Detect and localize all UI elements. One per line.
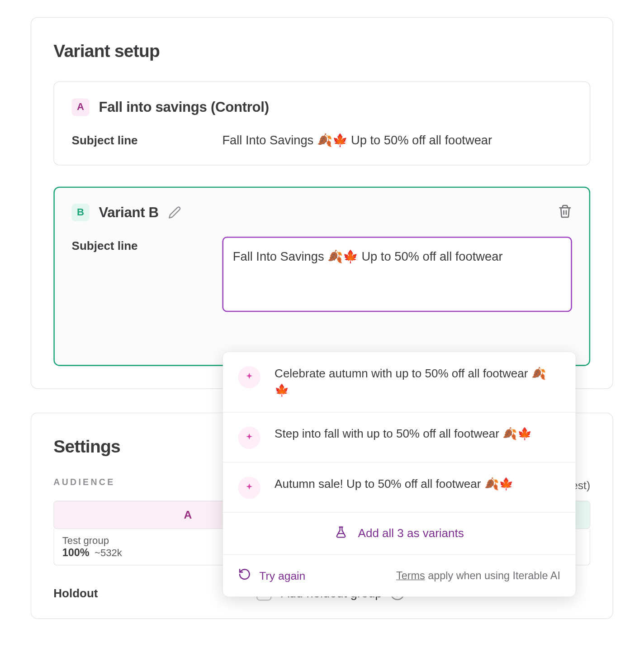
subject-line-input[interactable] (222, 237, 572, 312)
variant-b-header: B Variant B (72, 204, 572, 222)
test-group-percent: 100% (62, 547, 90, 559)
variant-a-subject-row: Subject line Fall Into Savings 🍂🍁 Up to … (72, 131, 572, 148)
try-again-button[interactable]: Try again (238, 568, 306, 584)
sparkle-icon (238, 366, 260, 388)
suggestion-item-3[interactable]: Autumn sale! Up to 50% off all footwear … (223, 462, 576, 513)
sparkle-icon (238, 427, 260, 449)
variant-setup-card: Variant setup A Fall into savings (Contr… (31, 17, 613, 389)
terms-text: Terms apply when using Iterable AI (396, 570, 560, 582)
variant-a-header: A Fall into savings (Control) (72, 98, 572, 116)
terms-suffix: apply when using Iterable AI (425, 570, 560, 581)
suggestion-item-1[interactable]: Celebrate autumn with up to 50% off all … (223, 352, 576, 413)
add-all-label: Add all 3 as variants (358, 527, 464, 540)
sparkle-icon (238, 476, 260, 499)
variant-b-name: Variant B (99, 205, 158, 221)
pencil-icon[interactable] (168, 206, 181, 219)
variant-badge-a: A (72, 98, 90, 116)
test-group-approx: ~532k (95, 548, 122, 559)
suggestions-footer: Try again Terms apply when using Iterabl… (223, 555, 576, 596)
terms-link[interactable]: Terms (396, 570, 425, 581)
variant-badge-b: B (72, 204, 90, 222)
variant-a-box[interactable]: A Fall into savings (Control) Subject li… (53, 81, 590, 166)
variant-setup-title: Variant setup (53, 41, 590, 61)
trash-icon[interactable] (558, 205, 572, 221)
subject-line-label-b: Subject line (72, 237, 223, 253)
suggestion-text-3: Autumn sale! Up to 50% off all footwear … (275, 476, 513, 493)
try-again-label: Try again (259, 569, 305, 582)
suggestion-item-2[interactable]: Step into fall with up to 50% off all fo… (223, 413, 576, 463)
ai-suggestions-dropdown: Celebrate autumn with up to 50% off all … (223, 352, 576, 597)
variant-a-subject-value: Fall Into Savings 🍂🍁 Up to 50% off all f… (222, 131, 572, 148)
variant-b-subject-row: Subject line (72, 237, 572, 312)
variant-a-name: Fall into savings (Control) (99, 99, 269, 115)
variant-b-box: B Variant B Subject line (53, 187, 590, 366)
add-all-variants-button[interactable]: Add all 3 as variants (223, 513, 576, 555)
suggestion-text-1: Celebrate autumn with up to 50% off all … (275, 365, 560, 399)
refresh-icon (238, 568, 251, 584)
suggestion-text-2: Step into fall with up to 50% off all fo… (275, 425, 532, 443)
subject-line-label: Subject line (72, 131, 223, 147)
beaker-icon (335, 525, 348, 541)
